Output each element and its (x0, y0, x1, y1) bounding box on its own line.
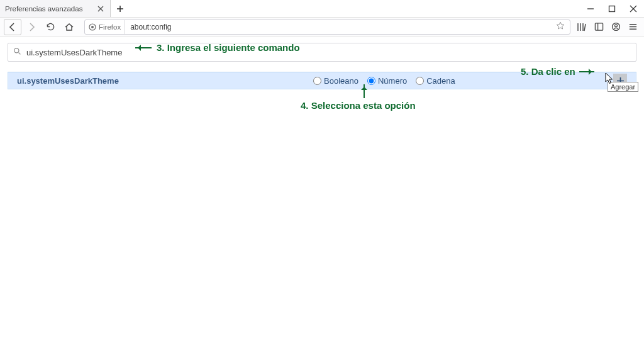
annotation-step5: 5. Da clic en (521, 66, 594, 77)
annotation-step3-text: 3. Ingresa el siguiente comando (157, 42, 300, 53)
radio-string-label: Cadena (426, 76, 455, 86)
back-button[interactable] (4, 19, 21, 35)
identity-label: Firefox (99, 23, 121, 31)
annotation-step4: 4. Selecciona esta opción (301, 100, 416, 111)
radio-number-label: Número (378, 76, 407, 86)
radio-boolean-input[interactable] (313, 77, 321, 85)
minimize-icon[interactable] (586, 4, 595, 13)
pref-name: ui.systemUsesDarkTheme (17, 76, 119, 86)
svg-point-5 (615, 25, 618, 27)
account-icon[interactable] (611, 22, 621, 31)
radio-string[interactable]: Cadena (416, 76, 455, 86)
svg-point-2 (91, 26, 94, 28)
add-tooltip: Agregar (608, 82, 638, 92)
menu-icon[interactable] (628, 22, 638, 31)
bookmark-star-icon[interactable] (551, 21, 570, 33)
close-tab-icon[interactable] (96, 4, 105, 13)
annotation-step3: 3. Ingresa el siguiente comando (135, 42, 300, 53)
radio-number[interactable]: Número (367, 76, 407, 86)
nav-toolbar: Firefox (0, 18, 644, 36)
radio-boolean-label: Booleano (324, 76, 358, 86)
arrow-right-icon (579, 71, 594, 72)
toolbar-right (577, 22, 640, 32)
library-icon[interactable] (577, 22, 587, 32)
arrow-left-icon (135, 47, 152, 48)
radio-string-input[interactable] (416, 77, 424, 85)
reload-button[interactable] (42, 19, 59, 35)
search-icon (8, 47, 26, 58)
radio-boolean[interactable]: Booleano (313, 76, 358, 86)
svg-point-6 (14, 48, 19, 53)
svg-rect-0 (609, 6, 615, 11)
arrow-up-icon (364, 84, 365, 98)
url-bar[interactable]: Firefox (84, 20, 570, 35)
pref-search-input[interactable] (26, 48, 636, 57)
close-window-icon[interactable] (629, 4, 638, 13)
browser-tab[interactable]: Preferencias avanzadas (0, 0, 111, 17)
annotation-step4-text: 4. Selecciona esta opción (301, 100, 416, 111)
annotation-step5-text: 5. Da clic en (521, 66, 575, 77)
radio-number-input[interactable] (367, 77, 375, 85)
url-input[interactable] (125, 23, 551, 31)
type-radio-group: Booleano Número Cadena (313, 76, 455, 86)
pref-search-box[interactable] (8, 43, 636, 62)
identity-box[interactable]: Firefox (85, 20, 125, 34)
new-tab-button[interactable] (111, 0, 130, 17)
forward-button[interactable] (23, 19, 40, 35)
title-bar: Preferencias avanzadas (0, 0, 644, 18)
maximize-icon[interactable] (608, 4, 616, 13)
home-button[interactable] (60, 19, 78, 35)
svg-rect-3 (595, 23, 602, 30)
tab-title: Preferencias avanzadas (5, 5, 82, 13)
sidebar-icon[interactable] (594, 22, 604, 31)
window-controls (586, 0, 644, 17)
